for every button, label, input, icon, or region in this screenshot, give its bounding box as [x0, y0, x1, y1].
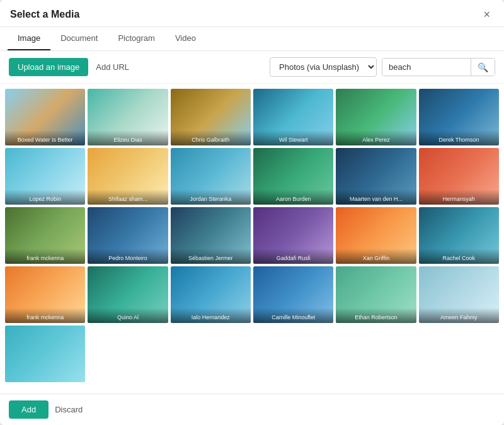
- image-cell[interactable]: Chris Galbraith: [171, 89, 251, 145]
- toolbar-right: Photos (via Unsplash) Getty Images Pixab…: [270, 57, 495, 77]
- image-cell[interactable]: Hermansyah: [419, 148, 499, 205]
- image-caption: frank mckenna: [5, 308, 85, 323]
- tab-pictogram[interactable]: Pictogram: [108, 27, 165, 50]
- image-cell[interactable]: Ethan Robertson: [336, 266, 416, 323]
- image-caption: Alex Perez: [336, 130, 416, 145]
- image-cell[interactable]: Boxed Water Is Better: [5, 89, 85, 145]
- image-caption: Pedro Monteiro: [88, 249, 168, 264]
- image-caption: Gaddafi Rusli: [253, 249, 333, 264]
- tab-image[interactable]: Image: [8, 27, 50, 50]
- image-cell[interactable]: Pedro Monteiro: [88, 207, 168, 264]
- image-grid-container: Boxed Water Is BetterElizeu DiasChris Ga…: [0, 84, 504, 394]
- toolbar: Upload an image Add URL Photos (via Unsp…: [0, 51, 504, 84]
- tab-video[interactable]: Video: [165, 27, 206, 50]
- add-url-button[interactable]: Add URL: [96, 62, 129, 72]
- search-button[interactable]: 🔍: [471, 59, 495, 76]
- image-cell[interactable]: Ialo Hernandez: [171, 266, 251, 323]
- modal-footer: Add Discard: [0, 394, 504, 425]
- image-caption: Xan Griffin: [336, 249, 416, 264]
- modal-header: Select a Media ×: [0, 0, 504, 27]
- image-caption: Aaron Burden: [253, 190, 333, 205]
- image-cell[interactable]: Jordan Steranka: [171, 148, 251, 205]
- image-caption: Sébastien Jermer: [171, 249, 251, 264]
- image-caption: Maarten van den H...: [336, 190, 416, 205]
- image-caption: Jordan Steranka: [171, 190, 251, 205]
- media-select-modal: Select a Media × Image Document Pictogra…: [0, 0, 504, 425]
- image-cell[interactable]: Lopez Robin: [5, 148, 85, 205]
- image-cell[interactable]: Camille Minouflet: [253, 266, 333, 323]
- upload-image-button[interactable]: Upload an image: [9, 58, 88, 76]
- search-wrapper: 🔍: [382, 58, 495, 76]
- image-caption: Wil Stewart: [253, 130, 333, 145]
- image-caption: Camille Minouflet: [253, 308, 333, 323]
- image-cell[interactable]: Elizeu Dias: [88, 89, 168, 145]
- image-caption: frank mckenna: [5, 249, 85, 264]
- image-cell[interactable]: Xan Griffin: [336, 207, 416, 264]
- search-input[interactable]: [382, 59, 471, 76]
- image-cell[interactable]: Aaron Burden: [253, 148, 333, 205]
- image-grid: Boxed Water Is BetterElizeu DiasChris Ga…: [5, 89, 499, 382]
- modal-title: Select a Media: [10, 9, 79, 20]
- image-caption: Rachel Cook: [419, 249, 499, 264]
- image-caption: Lopez Robin: [5, 190, 85, 205]
- image-caption: Shifaaz sham...: [88, 190, 168, 205]
- image-caption: Derek Thomson: [419, 130, 499, 145]
- image-cell[interactable]: Rachel Cook: [419, 207, 499, 264]
- image-cell[interactable]: Shifaaz sham...: [88, 148, 168, 205]
- image-cell[interactable]: Ameen Fahmy: [419, 266, 499, 323]
- image-cell[interactable]: Quino Al: [88, 266, 168, 323]
- image-caption: Ameen Fahmy: [419, 308, 499, 323]
- tab-bar: Image Document Pictogram Video: [0, 27, 504, 51]
- image-cell[interactable]: frank mckenna: [5, 207, 85, 264]
- image-cell[interactable]: Alex Perez: [336, 89, 416, 145]
- image-caption: Elizeu Dias: [88, 130, 168, 145]
- image-cell[interactable]: Wil Stewart: [253, 89, 333, 145]
- add-button[interactable]: Add: [9, 400, 49, 419]
- tab-document[interactable]: Document: [50, 27, 108, 50]
- image-cell[interactable]: [5, 326, 85, 382]
- discard-button[interactable]: Discard: [55, 405, 83, 414]
- image-cell[interactable]: Derek Thomson: [419, 89, 499, 145]
- image-caption: Ialo Hernandez: [171, 308, 251, 323]
- image-caption: Boxed Water Is Better: [5, 130, 85, 145]
- image-caption: Hermansyah: [419, 190, 499, 205]
- image-caption: Quino Al: [88, 308, 168, 323]
- image-caption: Chris Galbraith: [171, 130, 251, 145]
- close-button[interactable]: ×: [479, 8, 494, 21]
- image-cell[interactable]: Maarten van den H...: [336, 148, 416, 205]
- image-cell[interactable]: frank mckenna: [5, 266, 85, 323]
- image-cell[interactable]: Sébastien Jermer: [171, 207, 251, 264]
- image-caption: Ethan Robertson: [336, 308, 416, 323]
- source-select[interactable]: Photos (via Unsplash) Getty Images Pixab…: [270, 57, 377, 77]
- image-cell[interactable]: Gaddafi Rusli: [253, 207, 333, 264]
- search-icon: 🔍: [478, 62, 488, 72]
